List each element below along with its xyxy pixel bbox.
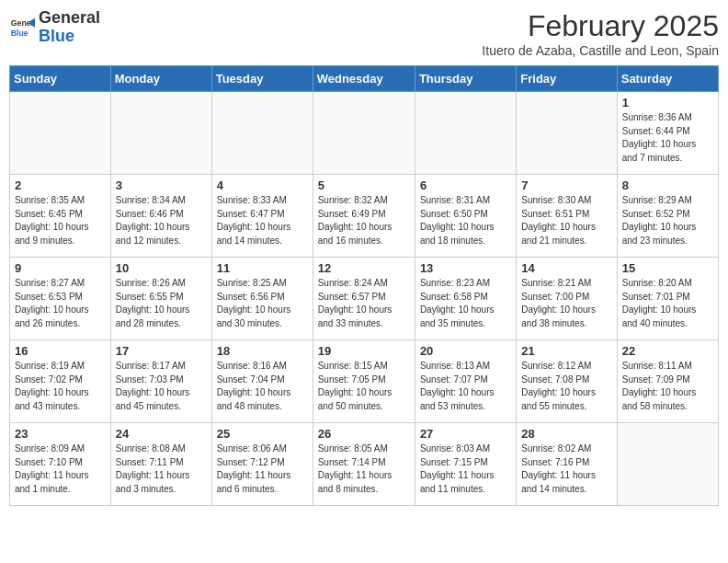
calendar-day-header: Thursday xyxy=(415,66,516,92)
logo-blue: Blue xyxy=(39,27,74,45)
calendar-cell: 4Sunrise: 8:33 AM Sunset: 6:47 PM Daylig… xyxy=(211,175,313,258)
title-block: February 2025 Ituero de Azaba, Castille … xyxy=(482,9,719,58)
calendar-day-header: Wednesday xyxy=(313,66,415,92)
calendar-cell: 17Sunrise: 8:17 AM Sunset: 7:03 PM Dayli… xyxy=(110,340,211,423)
day-info: Sunrise: 8:12 AM Sunset: 7:08 PM Dayligh… xyxy=(521,360,611,413)
location: Ituero de Azaba, Castille and Leon, Spai… xyxy=(482,43,719,58)
day-info: Sunrise: 8:32 AM Sunset: 6:49 PM Dayligh… xyxy=(318,194,410,247)
calendar-cell: 15Sunrise: 8:20 AM Sunset: 7:01 PM Dayli… xyxy=(617,258,718,340)
calendar-day-header: Saturday xyxy=(617,66,718,92)
calendar-cell: 2Sunrise: 8:35 AM Sunset: 6:45 PM Daylig… xyxy=(10,175,111,258)
logo-icon: General Blue xyxy=(9,15,35,40)
calendar-cell xyxy=(517,92,617,175)
day-number: 6 xyxy=(420,178,511,192)
day-info: Sunrise: 8:06 AM Sunset: 7:12 PM Dayligh… xyxy=(217,442,308,496)
calendar-cell xyxy=(617,423,718,506)
day-info: Sunrise: 8:23 AM Sunset: 6:58 PM Dayligh… xyxy=(420,277,511,330)
day-number: 18 xyxy=(217,344,308,358)
calendar-week-row: 1Sunrise: 8:36 AM Sunset: 6:44 PM Daylig… xyxy=(10,92,719,175)
calendar-cell: 13Sunrise: 8:23 AM Sunset: 6:58 PM Dayli… xyxy=(415,258,516,340)
calendar-cell: 24Sunrise: 8:08 AM Sunset: 7:11 PM Dayli… xyxy=(110,423,211,506)
calendar-day-header: Monday xyxy=(110,66,211,92)
calendar-cell: 1Sunrise: 8:36 AM Sunset: 6:44 PM Daylig… xyxy=(617,92,718,175)
day-number: 3 xyxy=(116,178,207,192)
month-year: February 2025 xyxy=(482,9,719,43)
calendar-cell xyxy=(10,92,111,175)
day-info: Sunrise: 8:20 AM Sunset: 7:01 PM Dayligh… xyxy=(622,277,713,330)
calendar-cell xyxy=(211,92,313,175)
calendar-cell xyxy=(313,92,415,175)
calendar-cell: 11Sunrise: 8:25 AM Sunset: 6:56 PM Dayli… xyxy=(211,258,313,340)
day-info: Sunrise: 8:30 AM Sunset: 6:51 PM Dayligh… xyxy=(521,194,611,247)
day-info: Sunrise: 8:16 AM Sunset: 7:04 PM Dayligh… xyxy=(217,360,308,413)
day-number: 25 xyxy=(217,427,308,441)
day-number: 4 xyxy=(217,178,308,192)
calendar-cell: 20Sunrise: 8:13 AM Sunset: 7:07 PM Dayli… xyxy=(415,340,516,423)
logo: General Blue General Blue xyxy=(9,9,100,46)
day-info: Sunrise: 8:15 AM Sunset: 7:05 PM Dayligh… xyxy=(318,360,410,413)
day-info: Sunrise: 8:17 AM Sunset: 7:03 PM Dayligh… xyxy=(116,360,207,413)
logo-general: General xyxy=(39,8,100,27)
day-number: 27 xyxy=(420,427,511,441)
day-info: Sunrise: 8:24 AM Sunset: 6:57 PM Dayligh… xyxy=(318,277,410,330)
calendar-cell xyxy=(415,92,516,175)
day-number: 10 xyxy=(116,261,207,275)
calendar-cell: 18Sunrise: 8:16 AM Sunset: 7:04 PM Dayli… xyxy=(211,340,313,423)
day-number: 28 xyxy=(521,427,611,441)
day-info: Sunrise: 8:26 AM Sunset: 6:55 PM Dayligh… xyxy=(116,277,207,330)
day-number: 12 xyxy=(318,261,410,275)
calendar-cell: 3Sunrise: 8:34 AM Sunset: 6:46 PM Daylig… xyxy=(110,175,211,258)
day-number: 2 xyxy=(15,178,106,192)
calendar-cell: 6Sunrise: 8:31 AM Sunset: 6:50 PM Daylig… xyxy=(415,175,516,258)
day-number: 15 xyxy=(622,261,713,275)
day-info: Sunrise: 8:36 AM Sunset: 6:44 PM Dayligh… xyxy=(622,111,713,165)
day-info: Sunrise: 8:35 AM Sunset: 6:45 PM Dayligh… xyxy=(15,194,106,247)
day-info: Sunrise: 8:33 AM Sunset: 6:47 PM Dayligh… xyxy=(217,194,308,247)
day-info: Sunrise: 8:31 AM Sunset: 6:50 PM Dayligh… xyxy=(420,194,511,247)
day-number: 16 xyxy=(15,344,106,358)
day-number: 8 xyxy=(622,178,713,192)
calendar-week-row: 9Sunrise: 8:27 AM Sunset: 6:53 PM Daylig… xyxy=(10,258,719,340)
day-number: 19 xyxy=(318,344,410,358)
calendar-cell: 10Sunrise: 8:26 AM Sunset: 6:55 PM Dayli… xyxy=(110,258,211,340)
calendar-week-row: 16Sunrise: 8:19 AM Sunset: 7:02 PM Dayli… xyxy=(10,340,719,423)
day-number: 17 xyxy=(116,344,207,358)
day-number: 11 xyxy=(217,261,308,275)
calendar-cell xyxy=(110,92,211,175)
calendar-week-row: 23Sunrise: 8:09 AM Sunset: 7:10 PM Dayli… xyxy=(10,423,719,506)
day-info: Sunrise: 8:19 AM Sunset: 7:02 PM Dayligh… xyxy=(15,360,106,413)
day-number: 21 xyxy=(521,344,611,358)
day-number: 14 xyxy=(521,261,611,275)
day-number: 20 xyxy=(420,344,511,358)
day-info: Sunrise: 8:34 AM Sunset: 6:46 PM Dayligh… xyxy=(116,194,207,247)
svg-text:Blue: Blue xyxy=(11,29,28,38)
day-info: Sunrise: 8:08 AM Sunset: 7:11 PM Dayligh… xyxy=(116,442,207,496)
day-number: 13 xyxy=(420,261,511,275)
day-number: 7 xyxy=(521,178,611,192)
calendar-cell: 9Sunrise: 8:27 AM Sunset: 6:53 PM Daylig… xyxy=(10,258,111,340)
calendar-cell: 8Sunrise: 8:29 AM Sunset: 6:52 PM Daylig… xyxy=(617,175,718,258)
day-number: 26 xyxy=(318,427,410,441)
calendar-cell: 25Sunrise: 8:06 AM Sunset: 7:12 PM Dayli… xyxy=(211,423,313,506)
day-number: 9 xyxy=(15,261,106,275)
day-number: 23 xyxy=(15,427,106,441)
calendar-cell: 14Sunrise: 8:21 AM Sunset: 7:00 PM Dayli… xyxy=(517,258,617,340)
calendar-cell: 28Sunrise: 8:02 AM Sunset: 7:16 PM Dayli… xyxy=(517,423,617,506)
page-header: General Blue General Blue February 2025 … xyxy=(9,9,719,58)
calendar-cell: 7Sunrise: 8:30 AM Sunset: 6:51 PM Daylig… xyxy=(517,175,617,258)
calendar-cell: 16Sunrise: 8:19 AM Sunset: 7:02 PM Dayli… xyxy=(10,340,111,423)
calendar-cell: 26Sunrise: 8:05 AM Sunset: 7:14 PM Dayli… xyxy=(313,423,415,506)
day-info: Sunrise: 8:29 AM Sunset: 6:52 PM Dayligh… xyxy=(622,194,713,247)
day-number: 22 xyxy=(622,344,713,358)
calendar-week-row: 2Sunrise: 8:35 AM Sunset: 6:45 PM Daylig… xyxy=(10,175,719,258)
calendar-day-header: Friday xyxy=(517,66,617,92)
day-info: Sunrise: 8:11 AM Sunset: 7:09 PM Dayligh… xyxy=(622,360,713,413)
day-info: Sunrise: 8:25 AM Sunset: 6:56 PM Dayligh… xyxy=(217,277,308,330)
calendar-cell: 22Sunrise: 8:11 AM Sunset: 7:09 PM Dayli… xyxy=(617,340,718,423)
calendar-cell: 12Sunrise: 8:24 AM Sunset: 6:57 PM Dayli… xyxy=(313,258,415,340)
calendar-cell: 19Sunrise: 8:15 AM Sunset: 7:05 PM Dayli… xyxy=(313,340,415,423)
calendar-table: SundayMondayTuesdayWednesdayThursdayFrid… xyxy=(9,65,719,506)
calendar-day-header: Sunday xyxy=(10,66,111,92)
day-info: Sunrise: 8:27 AM Sunset: 6:53 PM Dayligh… xyxy=(15,277,106,330)
calendar-day-header: Tuesday xyxy=(211,66,313,92)
